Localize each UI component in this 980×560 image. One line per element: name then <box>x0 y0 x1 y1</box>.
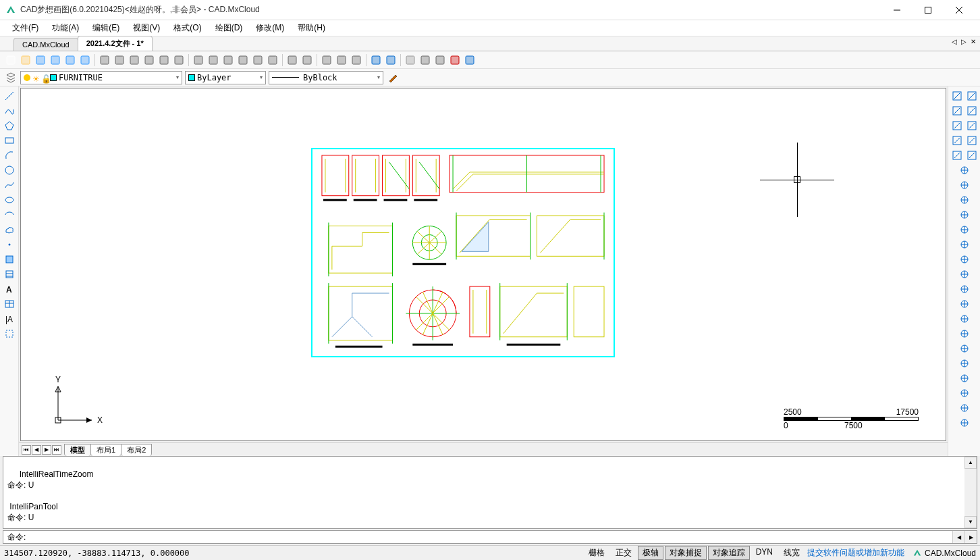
status-toggle-2[interactable]: 极轴 <box>638 546 663 560</box>
zoom-realtime-icon[interactable] <box>157 53 171 67</box>
status-toggle-1[interactable]: 正交 <box>611 546 636 560</box>
fillet-tool[interactable] <box>958 282 971 296</box>
select-window-tool[interactable] <box>958 163 971 177</box>
layer-manager-icon[interactable] <box>4 71 18 84</box>
saveas-icon[interactable] <box>63 53 77 67</box>
redo-icon[interactable] <box>384 53 398 67</box>
purge-tool[interactable] <box>958 416 971 430</box>
status-toggle-6[interactable]: 线宽 <box>779 546 805 560</box>
close-button[interactable] <box>944 0 975 20</box>
polygon-tool[interactable] <box>3 119 16 132</box>
copy-tool[interactable] <box>950 104 964 118</box>
join-tool[interactable] <box>958 342 971 355</box>
linetype-combo[interactable]: ByBlock ▾ <box>269 71 383 84</box>
break-tool[interactable] <box>958 253 971 266</box>
menu-1[interactable]: 功能(A) <box>45 21 86 35</box>
offset-tool[interactable] <box>950 119 964 132</box>
menu-4[interactable]: 格式(O) <box>167 21 208 35</box>
layout-tab-0[interactable]: 模型 <box>64 444 91 456</box>
explode-tool[interactable] <box>958 297 971 311</box>
export-icon[interactable] <box>78 53 92 67</box>
command-input[interactable] <box>31 532 973 542</box>
minimize-button[interactable] <box>881 0 913 20</box>
layout-prev-icon[interactable]: ◀ <box>32 445 41 455</box>
dist-tool[interactable] <box>958 357 971 370</box>
align-tool[interactable] <box>958 327 971 340</box>
lengthen-tool[interactable] <box>958 312 971 326</box>
zoom-out-icon[interactable] <box>113 53 126 67</box>
cross-icon[interactable] <box>221 53 235 67</box>
color-combo[interactable]: ByLayer ▾ <box>185 71 266 84</box>
table-tool[interactable] <box>3 297 16 311</box>
command-history[interactable]: IntelliRealTimeZoom 命令: U IntelliPanTool… <box>3 456 977 529</box>
layout-tab-2[interactable]: 布局2 <box>121 444 152 456</box>
scale-tool[interactable] <box>950 149 964 162</box>
grid-tool[interactable] <box>958 193 971 207</box>
extend-tool[interactable] <box>958 238 971 251</box>
cmd-scroll-left-icon[interactable]: ◀ <box>952 531 964 543</box>
window-zoom-icon[interactable] <box>192 53 205 67</box>
qsave-icon[interactable] <box>34 53 47 67</box>
mtext-tool[interactable]: |A <box>3 312 16 326</box>
area-tool[interactable] <box>958 372 971 385</box>
print-icon[interactable] <box>404 53 417 67</box>
text-a-tool[interactable]: A <box>3 282 16 296</box>
status-toggle-0[interactable]: 栅格 <box>584 546 609 560</box>
ortho-tool[interactable] <box>958 208 971 222</box>
feedback-link[interactable]: 提交软件问题或增加新功能 <box>807 547 904 559</box>
menu-7[interactable]: 帮助(H) <box>291 21 332 35</box>
layout-next-icon[interactable]: ▶ <box>42 445 51 455</box>
status-toggle-4[interactable]: 对象追踪 <box>708 546 750 560</box>
maximize-button[interactable] <box>913 0 944 20</box>
scroll-down-icon[interactable]: ▼ <box>964 516 977 528</box>
menu-0[interactable]: 文件(F) <box>5 21 45 35</box>
menu-5[interactable]: 绘图(D) <box>209 21 250 35</box>
zoom-in-icon[interactable] <box>98 53 111 67</box>
hatch-region-tool[interactable] <box>3 268 16 281</box>
ellipse-arc-tool[interactable] <box>3 208 16 222</box>
tab-next-icon[interactable]: ▷ <box>960 38 968 45</box>
save-icon[interactable] <box>49 53 62 67</box>
block-icon[interactable] <box>350 53 363 67</box>
pencil-edit-tool[interactable] <box>965 89 979 103</box>
arc-tool[interactable] <box>3 149 16 162</box>
tab-close-icon[interactable]: ✕ <box>969 38 977 45</box>
point-tool[interactable] <box>3 238 16 251</box>
pencil-icon[interactable] <box>236 53 250 67</box>
circle-tool[interactable] <box>3 163 16 177</box>
history-scrollbar[interactable]: ▲ ▼ <box>964 457 977 528</box>
inquiry-tool[interactable] <box>958 386 971 400</box>
trim-tool[interactable] <box>958 223 971 236</box>
find-icon[interactable] <box>335 53 348 67</box>
file-tab-0[interactable]: CAD.MxCloud <box>13 38 78 51</box>
drawing-canvas[interactable]: X Y 250017500 07500 <box>20 88 946 441</box>
spline-tool[interactable] <box>3 178 16 192</box>
zoom-extents-icon[interactable] <box>142 53 156 67</box>
rectangle-tool[interactable] <box>3 134 16 147</box>
revcloud-tool[interactable] <box>3 223 16 236</box>
rotate-tool[interactable] <box>965 134 979 147</box>
export-pdf-icon[interactable] <box>433 53 447 67</box>
pan-icon[interactable] <box>172 53 186 67</box>
zoom-prev-icon[interactable] <box>207 53 220 67</box>
layout-first-icon[interactable]: ⏮ <box>22 445 31 455</box>
open-file-icon[interactable] <box>19 53 32 67</box>
crop-tool[interactable] <box>3 327 16 340</box>
stretch-tool[interactable] <box>965 149 979 162</box>
ellipse-tool[interactable] <box>3 193 16 207</box>
pdf-icon[interactable] <box>448 53 462 67</box>
layers-mgr-tool[interactable] <box>958 401 971 415</box>
menu-2[interactable]: 编辑(E) <box>86 21 126 35</box>
scroll-up-icon[interactable]: ▲ <box>964 457 977 469</box>
mirror-tool[interactable] <box>965 104 979 118</box>
status-toggle-3[interactable]: 对象捕捉 <box>665 546 707 560</box>
eraser-icon[interactable] <box>251 53 265 67</box>
line-color-icon[interactable] <box>285 53 299 67</box>
status-toggle-5[interactable]: DYN <box>751 546 778 560</box>
layout-tab-1[interactable]: 布局1 <box>90 444 121 456</box>
tab-prev-icon[interactable]: ◁ <box>950 38 958 45</box>
brush-icon[interactable] <box>386 71 400 84</box>
undo-icon[interactable] <box>369 53 383 67</box>
layer-combo[interactable]: ☀ 🔓 FURNITRUE ▾ <box>20 71 182 84</box>
match-icon[interactable] <box>320 53 333 67</box>
